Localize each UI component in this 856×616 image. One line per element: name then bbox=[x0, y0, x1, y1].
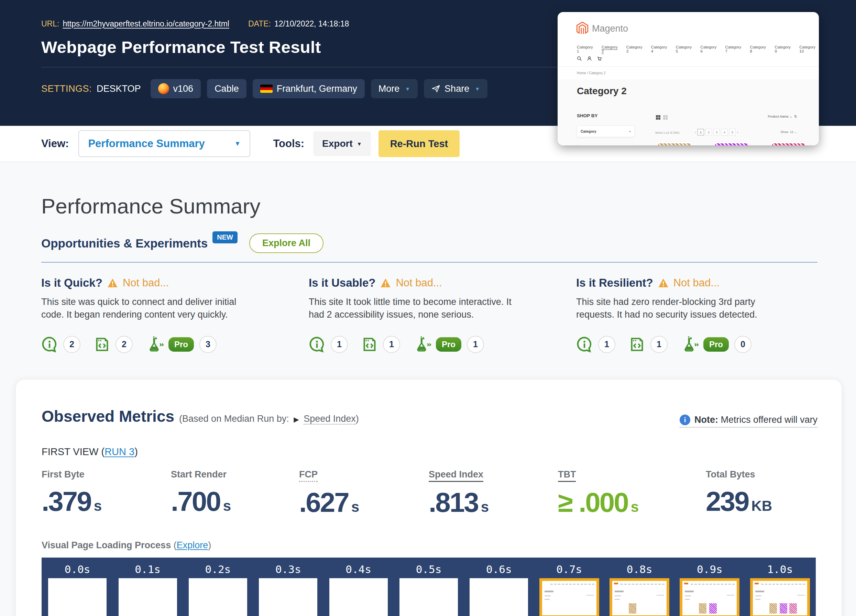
question-title: Is it Usable? bbox=[309, 276, 376, 290]
page-3: 3 bbox=[713, 129, 720, 136]
preview-sort-control: Product Name ⌄ ⇅ bbox=[768, 114, 797, 118]
experiment-count-badge: 3 bbox=[199, 336, 217, 353]
location-pill: Frankfurt, Germany bbox=[252, 79, 365, 98]
metric-speed-index[interactable]: Speed Index .813s bbox=[429, 469, 489, 518]
page-screenshot-thumbnail[interactable]: Magento Category 1 Category 2 Category 3… bbox=[557, 12, 819, 145]
date-label: DATE: bbox=[248, 19, 271, 28]
speed-index-sort-link[interactable]: Speed Index bbox=[303, 414, 356, 425]
nav-category-1: Category 1 bbox=[577, 45, 594, 53]
view-label: View: bbox=[41, 137, 69, 150]
browser-pill: v106 bbox=[151, 79, 201, 98]
frame-thumbnail bbox=[189, 578, 247, 616]
summary-title: Performance Summary bbox=[41, 194, 818, 218]
page-5: 5 bbox=[729, 129, 736, 136]
preview-filter-category: Category⌄ bbox=[577, 125, 634, 137]
filmstrip: 0.0s 0.1s 0.2s 0.3s 0.4s 0.5s bbox=[42, 557, 816, 616]
filmstrip-frame: 0.7s bbox=[534, 557, 604, 616]
account-icon bbox=[587, 56, 592, 61]
frame-time: 0.6s bbox=[486, 563, 512, 576]
question-title: Is it Resilient? bbox=[576, 276, 653, 290]
column-description: This site was quick to connect and deliv… bbox=[41, 296, 246, 322]
code-file-icon bbox=[94, 337, 110, 352]
question-title: Is it Quick? bbox=[41, 276, 102, 290]
code-count-badge: 1 bbox=[383, 336, 400, 353]
germany-flag-icon bbox=[260, 85, 273, 93]
filmstrip-frame: 0.5s bbox=[394, 557, 464, 616]
nav-category-5: Category 5 bbox=[676, 45, 693, 53]
nav-category-6: Category 6 bbox=[701, 45, 718, 53]
experiment-count-badge: 0 bbox=[734, 336, 751, 353]
performance-summary-section: Performance Summary Opportunities & Expe… bbox=[41, 162, 818, 353]
preview-filter-attribute: Attribute Set 2 - Attribute 1⌄ bbox=[577, 144, 634, 145]
opportunity-column-usable: Is it Usable? Not bad... This site It to… bbox=[309, 276, 522, 353]
pro-badge: Pro bbox=[168, 337, 194, 352]
info-count-badge: 1 bbox=[598, 336, 615, 353]
metric-fcp[interactable]: FCP .627s bbox=[299, 469, 359, 518]
preview-divider bbox=[557, 66, 819, 67]
test-date: 12/10/2022, 14:18:18 bbox=[274, 19, 349, 28]
filmstrip-frame: 0.4s bbox=[323, 557, 393, 616]
experiment-flask-icon bbox=[414, 336, 431, 353]
filmstrip-frame: 1.0s bbox=[745, 557, 815, 616]
filmstrip-frame: 0.0s bbox=[42, 557, 112, 616]
preview-items-count: Items 1-12 of 2001 bbox=[655, 131, 680, 134]
first-view-row: FIRST VIEW (RUN 3) bbox=[42, 446, 816, 457]
nav-category-9: Category 9 bbox=[774, 45, 792, 53]
preview-view-mode-icons bbox=[656, 115, 668, 120]
metric-tbt[interactable]: TBT ≥ .000s bbox=[558, 469, 639, 518]
frame-thumbnail bbox=[329, 578, 388, 616]
preview-show-control: Show 12 ⌄ bbox=[781, 130, 797, 134]
filmstrip-frame: 0.8s bbox=[604, 557, 674, 616]
frame-time: 0.9s bbox=[697, 563, 723, 576]
tools-label: Tools: bbox=[273, 137, 304, 150]
cart-icon bbox=[597, 56, 602, 61]
frame-time: 0.4s bbox=[345, 563, 371, 576]
chevron-down-icon: ▼ bbox=[234, 140, 241, 148]
chevron-down-icon: ⌄ bbox=[628, 128, 631, 133]
filmstrip-frame: 0.6s bbox=[464, 557, 534, 616]
connection-value: Cable bbox=[214, 83, 239, 94]
preview-pagination: ‹ 1 2 3 4 5 › bbox=[695, 129, 738, 136]
chevron-down-icon: ▼ bbox=[475, 86, 480, 92]
view-selected-value: Performance Summary bbox=[88, 137, 205, 150]
column-description: This site had zero render-blocking 3rd p… bbox=[576, 296, 781, 322]
pro-badge: Pro bbox=[436, 337, 461, 352]
code-file-icon bbox=[629, 337, 645, 352]
opportunities-header-row: Opportunities & Experiments NEW Explore … bbox=[41, 233, 818, 253]
explore-filmstrip-link[interactable]: Explore bbox=[177, 540, 208, 550]
metric-total-bytes: Total Bytes 239KB bbox=[706, 469, 772, 517]
info-bubble-icon bbox=[576, 336, 593, 353]
device-value: DESKTOP bbox=[97, 83, 141, 94]
experiment-count-badge: 1 bbox=[467, 336, 484, 353]
run-3-link[interactable]: RUN 3 bbox=[105, 446, 134, 457]
tested-url-link[interactable]: https://m2hyvaperftest.eltrino.io/catego… bbox=[63, 19, 229, 28]
preview-product-1 bbox=[656, 141, 693, 145]
export-button[interactable]: Export ▼ bbox=[313, 131, 371, 156]
pro-badge: Pro bbox=[704, 337, 729, 352]
more-button[interactable]: More ▼ bbox=[371, 79, 418, 98]
column-description: This site It took little time to become … bbox=[309, 296, 513, 322]
info-count-badge: 1 bbox=[331, 336, 348, 353]
frame-thumbnail bbox=[48, 578, 106, 616]
opportunities-title: Opportunities & Experiments bbox=[41, 237, 208, 250]
metrics-note-tooltip[interactable]: i Note: Metrics offered will vary bbox=[680, 414, 818, 428]
visual-loading-label-row: Visual Page Loading Process (Explore) bbox=[42, 540, 816, 551]
settings-label: SETTINGS: bbox=[41, 83, 92, 94]
frame-thumbnail-render-start bbox=[539, 578, 599, 616]
rerun-test-button[interactable]: Re-Run Test bbox=[379, 130, 460, 157]
metrics-subtitle: (Based on Median Run by: ▶ Speed Index) bbox=[179, 414, 359, 424]
explore-all-button[interactable]: Explore All bbox=[249, 233, 323, 253]
opportunity-column-quick: Is it Quick? Not bad... This site was qu… bbox=[41, 276, 254, 353]
more-label: More bbox=[379, 83, 400, 94]
opportunity-columns: Is it Quick? Not bad... This site was qu… bbox=[41, 276, 818, 353]
preview-category-nav: Category 1 Category 2 Category 3 Categor… bbox=[577, 45, 819, 53]
preview-header-icons bbox=[577, 56, 602, 61]
sort-caret-icon: ▶ bbox=[294, 416, 299, 423]
view-select[interactable]: Performance Summary ▼ bbox=[79, 130, 250, 157]
frame-time: 0.8s bbox=[627, 563, 653, 576]
share-button[interactable]: Share ▼ bbox=[424, 79, 488, 98]
visual-loading-label: Visual Page Loading Process bbox=[42, 540, 171, 550]
nav-category-2-active: Category 2 bbox=[602, 45, 619, 53]
preview-shop-by-label: SHOP BY bbox=[577, 113, 598, 118]
url-label: URL: bbox=[41, 19, 59, 28]
